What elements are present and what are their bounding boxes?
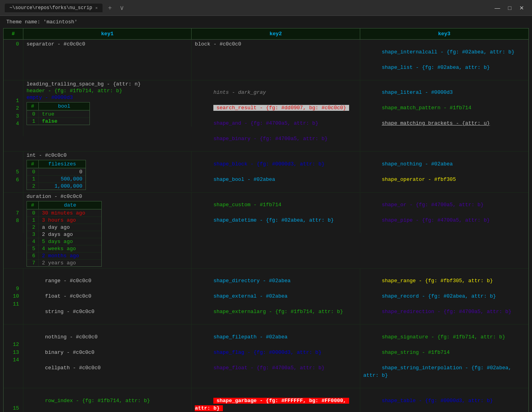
row-num: 121314	[4, 325, 23, 388]
minimize-button[interactable]: —	[492, 4, 504, 12]
cell-key2: shape_custom - #1fb714 shape_datetime - …	[192, 193, 360, 233]
cell-key1: range - #c0c0c0 float - #c0c0c0 string -…	[23, 269, 192, 325]
theme-line: Theme name: 'macintosh'	[0, 16, 532, 28]
cell-key1: row_index - {fg: #1fb714, attr: b} recor…	[23, 388, 192, 412]
table-row: 78 duration - #c0c0c0 # date 0 30 minute…	[4, 193, 528, 269]
col-key1: key1	[23, 28, 192, 39]
cell-key3: shape_or - {fg: #4700a5, attr: b} shape_…	[360, 193, 528, 233]
row-num: 1234	[4, 80, 23, 137]
tab-dropdown-button[interactable]: ∨	[117, 3, 127, 12]
cell-key1: nothing - #c0c0c0 binary - #c0c0c0 cellp…	[23, 325, 192, 388]
table-header: # key1 key2 key3	[4, 28, 528, 40]
cell-key1: leading_trailing_space_bg - {attr: n} he…	[23, 80, 192, 127]
row-num: 56	[4, 152, 23, 192]
close-window-button[interactable]: ✕	[516, 4, 527, 12]
col-hash: #	[4, 28, 23, 39]
terminal-tab[interactable]: ~\source\repos\forks\nu_scrip ✕	[5, 4, 103, 12]
cell-key2: shape_filepath - #02abea shape_flag - {f…	[192, 325, 360, 388]
cell-key1: separator - #c0c0c0	[23, 40, 192, 80]
table-row: 121314 nothing - #c0c0c0 binary - #c0c0c…	[4, 325, 528, 388]
bool-table: # bool 0 true 1 false	[27, 102, 90, 125]
title-bar: ~\source\repos\forks\nu_scrip ✕ + ∨ — □ …	[0, 0, 532, 16]
table-row: 15161718 row_index - {fg: #1fb714, attr:…	[4, 388, 528, 412]
cell-key3: shape_signature - {fg: #1fb714, attr: b}…	[360, 325, 528, 388]
cell-key2: shape_garbage - {fg: #FFFFFF, bg: #FF000…	[192, 388, 360, 412]
tab-close-icon[interactable]: ✕	[95, 6, 98, 10]
cell-key2: hints - dark_gray search_result - {fg: #…	[192, 80, 360, 152]
cell-key2: shape_block - {fg: #0000d3, attr: b} sha…	[192, 152, 360, 192]
table-row: 56 int - #c0c0c0 # filesizes 0 0 1 500,0…	[4, 152, 528, 193]
filesizes-table: # filesizes 0 0 1 500,000 2 1,000,000	[27, 160, 86, 190]
row-num: 15161718	[4, 388, 23, 412]
new-tab-button[interactable]: +	[106, 4, 114, 12]
cell-key1: int - #c0c0c0 # filesizes 0 0 1 500,000 …	[23, 152, 192, 192]
cell-key2: shape_directory - #02abea shape_external…	[192, 269, 360, 325]
cell-key3: shape_table - {fg: #0000d3, attr: b} sha…	[360, 388, 528, 412]
row-num: 0	[4, 40, 23, 80]
col-key3: key3	[360, 28, 528, 39]
duration-table: # date 0 30 minutes ago 1 3 hours ago 2 …	[27, 201, 102, 267]
main-table: # key1 key2 key3 0 separator - #c0c0c0 b…	[3, 28, 529, 412]
cell-key1: duration - #c0c0c0 # date 0 30 minutes a…	[23, 193, 192, 268]
table-row: 1234 leading_trailing_space_bg - {attr: …	[4, 80, 528, 152]
col-key2: key2	[192, 28, 360, 39]
cell-key2: block - #c0c0c0	[192, 40, 360, 80]
window-controls: — □ ✕	[492, 4, 527, 12]
cell-key3: shape_literal - #0000d3 shape_match_patt…	[360, 80, 528, 136]
cell-key3: shape_range - {fg: #fbf305, attr: b} sha…	[360, 269, 528, 325]
maximize-button[interactable]: □	[505, 4, 515, 12]
tab-title: ~\source\repos\forks\nu_scrip	[10, 5, 92, 11]
table-row: 0 separator - #c0c0c0 block - #c0c0c0 sh…	[4, 40, 528, 80]
cell-key3: shape_internalcall - {fg: #02abea, attr:…	[360, 40, 528, 80]
cell-key3: shape_nothing - #02abea shape_operator -…	[360, 152, 528, 192]
table-row: 91011 range - #c0c0c0 float - #c0c0c0 st…	[4, 269, 528, 325]
row-num: 78	[4, 193, 23, 234]
row-num: 91011	[4, 269, 23, 325]
